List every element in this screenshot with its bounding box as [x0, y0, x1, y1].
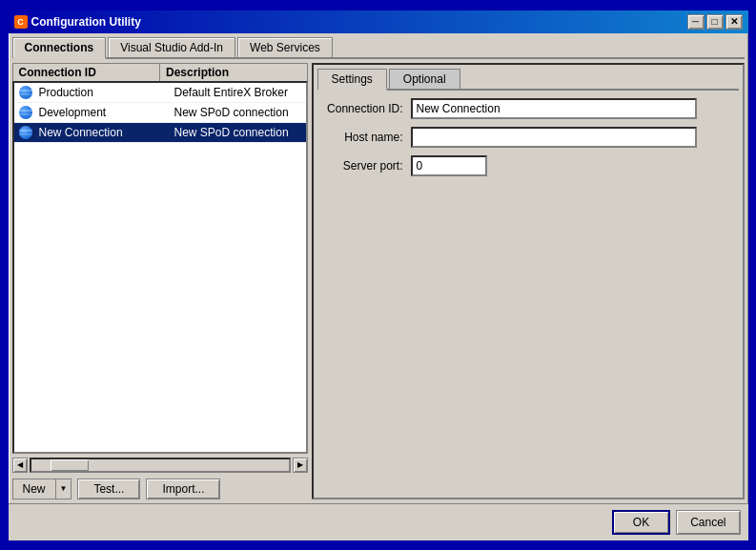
cancel-button[interactable]: Cancel	[676, 510, 740, 535]
list-item[interactable]: Production Default EntireX Broker	[14, 83, 306, 103]
scroll-right-button[interactable]: ▶	[293, 458, 308, 473]
globe-icon-2	[16, 105, 35, 120]
item-desc-2: New SPoD connection	[171, 106, 306, 119]
col-header-id: Connection ID	[13, 64, 161, 81]
new-button-group: New ▼	[12, 479, 72, 499]
title-bar: C Configuration Utility ─ □ ✕	[9, 10, 748, 33]
close-button[interactable]: ✕	[725, 14, 743, 30]
title-bar-left: C Configuration Utility	[14, 15, 141, 29]
restore-button[interactable]: □	[706, 14, 724, 30]
list-item-selected[interactable]: New Connection New SPoD connection	[14, 123, 306, 143]
connection-id-input[interactable]	[411, 98, 697, 119]
ok-button[interactable]: OK	[612, 510, 670, 535]
main-window: C Configuration Utility ─ □ ✕ Connection…	[7, 9, 750, 542]
host-name-input[interactable]	[411, 127, 697, 148]
right-panel: Settings Optional Connection ID: Host na…	[312, 63, 745, 499]
scrollbar-thumb	[51, 459, 89, 471]
list-item[interactable]: Development New SPoD connection	[14, 103, 306, 123]
server-port-group: Server port:	[317, 155, 739, 176]
connections-list[interactable]: Production Default EntireX Broker Develo…	[12, 81, 308, 454]
scroll-left-button[interactable]: ◀	[12, 458, 28, 473]
item-desc-1: Default EntireX Broker	[171, 86, 306, 99]
col-header-desc: Description	[160, 64, 307, 81]
host-name-label: Host name:	[317, 131, 403, 144]
right-tabs: Settings Optional	[317, 69, 739, 91]
title-bar-buttons: ─ □ ✕	[687, 14, 743, 30]
item-id-1: Production	[35, 86, 171, 99]
window-content: Connections Visual Studio Add-In Web Ser…	[9, 33, 748, 503]
list-header: Connection ID Description	[12, 63, 308, 81]
globe-icon-3	[16, 125, 35, 140]
tab-vs-addin[interactable]: Visual Studio Add-In	[108, 37, 235, 57]
test-button[interactable]: Test...	[77, 479, 140, 499]
left-panel: Connection ID Description Production Def…	[12, 63, 308, 499]
server-port-label: Server port:	[317, 159, 403, 173]
tab-settings[interactable]: Settings	[317, 69, 387, 91]
main-area: Connection ID Description Production Def…	[12, 63, 745, 499]
window-title: Configuration Utility	[31, 15, 141, 29]
app-icon: C	[14, 15, 28, 29]
action-buttons: New ▼ Test... Import...	[12, 479, 308, 499]
item-id-2: Development	[35, 106, 171, 119]
horizontal-scrollbar[interactable]	[30, 458, 291, 473]
globe-icon-1	[16, 85, 35, 100]
tab-optional[interactable]: Optional	[389, 69, 460, 89]
host-name-group: Host name:	[317, 127, 739, 148]
connection-id-label: Connection ID:	[317, 102, 403, 115]
bottom-bar: OK Cancel	[9, 503, 748, 540]
minimize-button[interactable]: ─	[687, 14, 705, 30]
import-button[interactable]: Import...	[146, 479, 220, 499]
new-button[interactable]: New	[13, 479, 56, 499]
new-dropdown-arrow[interactable]: ▼	[56, 479, 72, 499]
tab-web-services[interactable]: Web Services	[237, 37, 333, 57]
server-port-input[interactable]	[411, 155, 487, 176]
main-tabs: Connections Visual Studio Add-In Web Ser…	[12, 37, 745, 59]
tab-connections[interactable]: Connections	[12, 37, 107, 59]
item-id-3: New Connection	[35, 126, 171, 139]
item-desc-3: New SPoD connection	[171, 126, 306, 139]
connection-id-group: Connection ID:	[317, 98, 739, 119]
